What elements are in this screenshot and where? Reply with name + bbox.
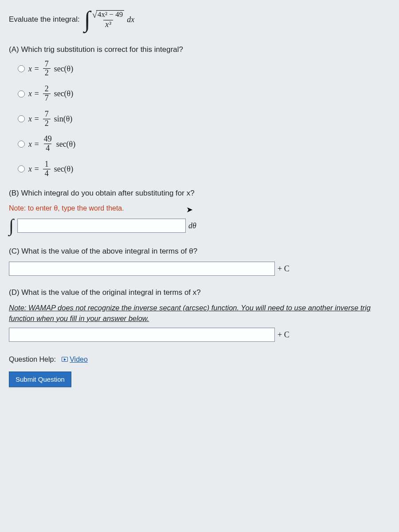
submit-button[interactable]: Submit Question [9,372,71,387]
radio-option-5[interactable] [18,165,25,172]
dtheta-label: dθ [188,220,196,231]
radio-option-2[interactable] [18,90,25,98]
video-link[interactable]: Video [62,354,88,364]
part-b-question: (B) Which integral do you obtain after s… [9,188,390,199]
part-a-options: x = 72 sec(θ) x = 27 sec(θ) x = 72 sin(θ… [18,60,390,178]
radio-option-1[interactable] [18,65,25,72]
help-label: Question Help: [9,356,56,363]
part-b-input[interactable] [17,219,186,233]
part-c-question: (C) What is the value of the above integ… [9,246,390,257]
radio-option-4[interactable] [18,141,25,148]
sqrt-body: 4x² − 49 [96,10,124,19]
part-a-question: (A) Which trig substitution is correct f… [9,44,390,55]
video-icon [62,357,68,362]
part-d-note: Note: WAMAP does not recognize the inver… [9,303,390,324]
plus-c-label-d: + C [278,329,289,340]
part-d-question: (D) What is the value of the original in… [9,287,390,298]
option-5[interactable]: x = 14 sec(θ) [18,160,390,178]
option-3[interactable]: x = 72 sin(θ) [18,110,390,128]
option-4[interactable]: x = 494 sec(θ) [18,135,390,153]
plus-c-label-c: + C [278,263,289,274]
integral-expression: ∫ √ 4x² − 49 x³ dx [84,8,134,31]
option-2[interactable]: x = 27 sec(θ) [18,85,390,103]
option-1[interactable]: x = 72 sec(θ) [18,60,390,78]
radio-option-3[interactable] [18,115,25,122]
part-d-input[interactable] [9,328,275,342]
part-c-input[interactable] [9,262,275,276]
dx-label: dx [127,14,134,25]
integral-prompt: Evaluate the integral: ∫ √ 4x² − 49 x³ d… [9,8,390,31]
question-help: Question Help: Video [9,354,390,364]
integral-sign: ∫ [84,8,90,31]
integral-sign-b: ∫ [9,217,14,235]
part-b-note: Note: to enter θ, type the word theta. [9,203,390,213]
denominator: x³ [103,20,113,29]
prompt-label: Evaluate the integral: [9,14,80,25]
